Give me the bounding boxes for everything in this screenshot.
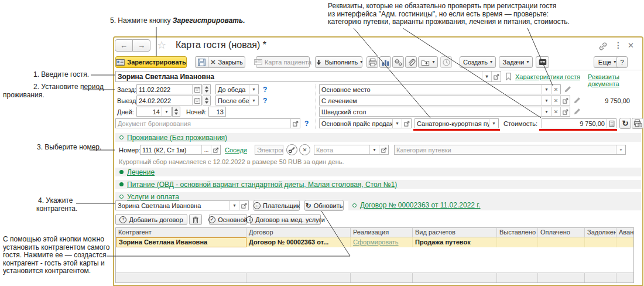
column-header[interactable]: Вид расчетов xyxy=(413,228,497,237)
electronic-key-button[interactable] xyxy=(286,144,297,155)
section-living[interactable]: Проживание (Без проживания) xyxy=(115,133,641,142)
checkout-date-field[interactable]: 24.02.2022 xyxy=(136,96,202,105)
execute-button[interactable]: Выполнить▾ xyxy=(315,56,362,68)
cost-field[interactable]: 9 750,00 xyxy=(542,118,616,128)
recalculate-button[interactable]: ↻ xyxy=(619,118,631,129)
cell-realization[interactable]: Сформировать xyxy=(351,237,413,247)
cell-calc-type[interactable]: Продажа путевок xyxy=(413,237,497,247)
chevron-down-icon[interactable]: ▾ xyxy=(249,96,258,105)
clear-key-button[interactable]: ✕ xyxy=(299,144,310,155)
history-button[interactable] xyxy=(440,56,452,68)
room-field[interactable]: 111 (К2, Ст 1м) ... xyxy=(140,145,221,155)
pencil-icon[interactable] xyxy=(573,96,581,104)
open-icon[interactable] xyxy=(560,96,570,105)
save-button[interactable] xyxy=(195,56,208,68)
column-header[interactable]: Реализация xyxy=(351,228,413,237)
column-header[interactable]: Договор xyxy=(246,228,351,237)
close-window-icon[interactable]: ✕ xyxy=(628,41,634,50)
treatment-option-field[interactable]: С лечением ▾ ✕ xyxy=(319,96,570,105)
chevron-down-icon[interactable]: ▾ xyxy=(542,96,551,105)
main-contract-button[interactable]: ✓Основной xyxy=(209,214,247,225)
payer-button[interactable]: ←Плательщик xyxy=(254,200,300,211)
booking-document-field[interactable]: Документ бронирования xyxy=(115,118,300,128)
clear-x-icon[interactable]: ✕ xyxy=(551,107,560,116)
clear-x-icon[interactable]: ✕ xyxy=(551,85,560,94)
nav-back-button[interactable]: ← xyxy=(115,39,133,52)
guest-name-field[interactable]: Зорина Светлана Ивановна ▾ xyxy=(115,71,501,82)
calendar-icon[interactable] xyxy=(192,85,201,94)
checkout-help-icon[interactable]: ? xyxy=(263,97,267,105)
favorite-star-icon[interactable]: ☆ xyxy=(157,39,166,52)
open-icon[interactable] xyxy=(402,119,411,128)
checkin-date-field[interactable]: 11.02.2022 xyxy=(136,84,202,94)
days-field[interactable]: 14 ▾ xyxy=(136,107,172,117)
column-header[interactable]: Оплачено xyxy=(538,228,585,237)
add-folder-button[interactable]: ▾ xyxy=(418,56,438,68)
open-icon[interactable] xyxy=(379,145,388,154)
column-header[interactable]: Контрагент xyxy=(116,228,246,237)
food-option-field[interactable]: Шведский стол ▾ ✕ xyxy=(319,107,570,117)
open-icon[interactable] xyxy=(560,107,570,116)
cell-paid[interactable] xyxy=(538,237,585,247)
open-icon[interactable] xyxy=(239,201,248,210)
clear-x-icon[interactable]: ✕ xyxy=(551,96,560,105)
chevron-down-icon[interactable]: ▾ xyxy=(229,201,239,210)
cell-billed[interactable] xyxy=(497,237,538,247)
print-button[interactable] xyxy=(366,56,378,68)
generate-link[interactable]: Сформировать xyxy=(353,239,399,246)
nav-forward-button[interactable]: → xyxy=(132,39,150,52)
refresh-payer-button[interactable]: ↻Обновить xyxy=(304,200,344,211)
days-stepper[interactable] xyxy=(172,107,180,117)
guest-dropdown-button[interactable]: ▾ xyxy=(482,72,491,81)
chevron-down-icon[interactable]: ▾ xyxy=(616,145,625,154)
cell-advance[interactable] xyxy=(616,237,633,247)
reports-button[interactable] xyxy=(379,56,391,68)
chevron-down-icon[interactable]: ▾ xyxy=(369,145,379,154)
nights-field[interactable]: 13 xyxy=(208,107,226,117)
attachments-button[interactable] xyxy=(405,56,417,68)
column-header[interactable]: Аванс xyxy=(616,228,633,237)
chevron-down-icon[interactable]: ▾ xyxy=(392,119,402,128)
column-header[interactable]: Задолженно... xyxy=(585,228,616,237)
chevron-down-icon[interactable]: ▾ xyxy=(489,119,498,128)
bookmark-flag-icon[interactable] xyxy=(504,72,513,81)
chevron-down-icon[interactable]: ▾ xyxy=(542,85,551,94)
quota-field[interactable]: Квота ▾ xyxy=(314,145,389,155)
close-button[interactable]: ✕Закрыть xyxy=(208,56,245,68)
payer-field[interactable]: Зорина Светлана Ивановна ▾ xyxy=(115,200,249,210)
voucher-category-field[interactable]: Категория путевки ▾ xyxy=(394,145,626,155)
neighbors-link[interactable]: Соседи xyxy=(225,147,247,154)
guest-characteristics-link[interactable]: Характеристики гостя xyxy=(515,73,580,80)
chevron-down-icon[interactable]: ▾ xyxy=(542,107,551,116)
register-button[interactable]: Зарегистрировать xyxy=(115,56,187,68)
open-icon[interactable] xyxy=(290,119,300,128)
print-price-button[interactable] xyxy=(632,118,643,129)
document-requisites-link[interactable]: Реквизиты документа xyxy=(588,73,644,87)
patient-card-button[interactable]: Карта пациента xyxy=(256,56,310,68)
pencil-icon[interactable] xyxy=(573,107,581,115)
checkout-date-stepper[interactable] xyxy=(203,96,211,105)
contract-link-band[interactable]: Договор № 00002363 от 11.02.2022 г. xyxy=(348,200,641,210)
section-treatment[interactable]: Лечение xyxy=(115,168,641,176)
checkin-period-select[interactable]: До обеда▾ xyxy=(215,84,259,94)
electronic-key-field[interactable]: Электронная ... xyxy=(255,145,283,155)
guest-open-button[interactable] xyxy=(491,72,501,81)
calendar-icon[interactable] xyxy=(192,96,201,105)
menu-dots-icon[interactable]: ⋮ xyxy=(614,40,622,50)
place-option-field[interactable]: Основное место ▾ ✕ xyxy=(319,84,561,94)
cell-contract[interactable]: Договор № 00002363 от... xyxy=(246,237,351,247)
chevron-down-icon[interactable]: ▾ xyxy=(162,107,171,116)
section-food[interactable]: Питание (ОВД - основной вариант стандарт… xyxy=(115,180,641,189)
calculator-icon[interactable] xyxy=(607,119,616,128)
open-icon[interactable] xyxy=(211,145,220,154)
cell-debt[interactable] xyxy=(585,237,616,247)
help-button[interactable]: ? xyxy=(616,56,628,68)
settings-button[interactable] xyxy=(392,56,404,68)
delete-contract-button[interactable] xyxy=(189,214,202,225)
add-contract-button[interactable]: +Добавить договор xyxy=(115,214,187,225)
booking-help-icon[interactable]: ? xyxy=(304,120,309,128)
desktop-button[interactable] xyxy=(536,56,549,68)
voucher-type-field[interactable]: Санаторно-курортная путевк ▾ xyxy=(415,118,499,128)
cell-contractor[interactable]: Зорина Светлана Ивановна xyxy=(116,237,246,247)
pencil-icon[interactable] xyxy=(564,85,572,93)
